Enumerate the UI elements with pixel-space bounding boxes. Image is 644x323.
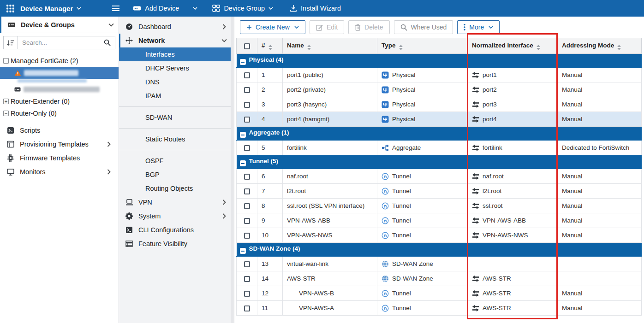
column-header-name[interactable]: Name [283, 38, 377, 54]
device-groups-header[interactable]: Device & Groups [0, 17, 119, 33]
sidebar-item-firmware-templates[interactable]: Firmware Templates [0, 151, 119, 165]
add-device-caret-icon[interactable] [193, 7, 197, 10]
row-checkbox[interactable] [244, 305, 250, 311]
table-row[interactable]: 8ssl.root (SSL VPN interface)Tunnelssl.r… [237, 199, 642, 213]
expand-icon[interactable]: + [3, 99, 9, 104]
addressing-mode-cell: Manual [558, 286, 642, 301]
main-content: Create NewEditDeleteWhere UsedMore #Name… [235, 17, 644, 323]
nav-item-label: Interfaces [145, 51, 228, 58]
sidebar-item-provisioning-templates[interactable]: Provisioning Templates [0, 137, 119, 151]
row-checkbox[interactable] [244, 218, 250, 224]
nav-item-dns[interactable]: DNS [119, 75, 234, 89]
table-row[interactable]: 2port2 (private)Physicalport2Manual [237, 82, 642, 97]
nav-item-bgp[interactable]: BGP [119, 168, 234, 182]
row-checkbox[interactable] [244, 174, 250, 180]
table-row[interactable]: 5fortilinkAggregatefortilinkDedicated to… [237, 141, 642, 155]
normalized-interface-cell: VPN-AWS-NWS [468, 228, 558, 243]
row-checkbox[interactable] [244, 291, 250, 297]
column-header-normalized-interface[interactable]: Normalized Interface [468, 38, 558, 54]
select-all-checkbox[interactable] [244, 43, 250, 49]
tunnel-icon [382, 305, 389, 312]
delete-button[interactable]: Delete [348, 20, 389, 34]
nav-item-network[interactable]: Network [119, 34, 234, 47]
table-group-row[interactable]: Aggregate (1) [237, 127, 642, 141]
where-used-button[interactable]: Where Used [394, 20, 453, 34]
row-checkbox[interactable] [244, 117, 250, 123]
column-header--[interactable]: # [257, 38, 283, 54]
sidebar-item-scripts[interactable]: Scripts [0, 123, 119, 137]
nav-item-label: DHCP Servers [145, 65, 228, 72]
table-row[interactable]: 4port4 (hamgmt)Physicalport4Manual [237, 112, 642, 127]
nav-item-interfaces[interactable]: Interfaces [119, 47, 234, 61]
row-checkbox[interactable] [244, 261, 250, 267]
collapse-icon[interactable]: − [3, 58, 9, 64]
tree-group-item[interactable]: +Router-Extender (0) [0, 95, 119, 107]
table-row[interactable]: 14AWS-STRSD-WAN ZoneAWS-STR [237, 271, 642, 286]
row-checkbox[interactable] [244, 188, 250, 194]
install-wizard-button[interactable]: Install Wizard [290, 5, 341, 12]
normalized-interface-label: port3 [483, 101, 497, 108]
row-checkbox[interactable] [244, 145, 250, 151]
table-row[interactable]: 11VPN-AWS-ATunnelAWS-STRManual [237, 301, 642, 316]
name-cell: naf.root [283, 169, 377, 184]
sidebar-item-label: Provisioning Templates [20, 141, 105, 148]
sidebar-item-monitors[interactable]: Monitors [0, 165, 119, 179]
table-group-row[interactable]: SD-WAN Zone (4) [237, 243, 642, 257]
tree-group-item[interactable]: −Router-Only (0) [0, 107, 119, 119]
nav-item-sd-wan[interactable]: SD-WAN [119, 111, 234, 124]
nav-item-vpn[interactable]: VPN [119, 195, 234, 209]
tree-device-item[interactable] [0, 83, 119, 95]
row-checkbox[interactable] [244, 203, 250, 209]
sort-button[interactable] [3, 36, 18, 49]
nav-item-cli-configurations[interactable]: CLI Configurations [119, 223, 234, 237]
nav-item-ospf[interactable]: OSPF [119, 154, 234, 168]
app-title-menu[interactable]: Device Manager [20, 5, 81, 12]
device-group-button[interactable]: Device Group [212, 5, 273, 12]
collapse-icon[interactable]: − [3, 111, 9, 116]
table-row[interactable]: 1port1 (public)Physicalport1Manual [237, 68, 642, 82]
sidebar-item-label: Scripts [20, 127, 113, 134]
select-all-header[interactable] [237, 38, 257, 54]
type-cell: SD-WAN Zone [377, 257, 468, 271]
table-row[interactable]: 12VPN-AWS-BTunnelAWS-STRManual [237, 286, 642, 301]
edit-button[interactable]: Edit [310, 20, 344, 34]
row-checkbox[interactable] [244, 102, 250, 108]
more-button[interactable]: More [457, 20, 500, 34]
row-checkbox[interactable] [244, 72, 250, 78]
nav-item-dhcp-servers[interactable]: DHCP Servers [119, 61, 234, 75]
table-row[interactable]: 10VPN-AWS-NWSTunnelVPN-AWS-NWSManual [237, 228, 642, 243]
row-checkbox[interactable] [244, 276, 250, 282]
nav-item-feature-visibility[interactable]: Feature Visibility [119, 237, 234, 251]
table-row[interactable]: 13virtual-wan-linkSD-WAN Zone [237, 257, 642, 271]
group-collapse-icon[interactable] [240, 132, 246, 138]
row-checkbox[interactable] [244, 233, 250, 239]
search-icon[interactable] [104, 39, 111, 46]
nav-item-system[interactable]: System [119, 209, 234, 223]
nav-item-static-routes[interactable]: Static Routes [119, 132, 234, 146]
table-row[interactable]: 9VPN-AWS-ABBTunnelVPN-AWS-ABBManual [237, 213, 642, 228]
tree-group-item[interactable]: −Managed FortiGate (2) [0, 55, 119, 67]
search-input[interactable] [22, 39, 104, 46]
add-device-button[interactable]: Add Device [133, 5, 179, 12]
column-header-label: Name [287, 42, 304, 49]
tree-device-item[interactable] [0, 67, 119, 79]
table-row[interactable]: 3port3 (hasync)Physicalport3Manual [237, 97, 642, 112]
nav-item-routing-objects[interactable]: Routing Objects [119, 182, 234, 195]
normalized-interface-label: VPN-AWS-ABB [483, 217, 526, 224]
table-group-row[interactable]: Physical (4) [237, 54, 642, 68]
app-grid-icon[interactable] [6, 5, 14, 12]
group-collapse-icon[interactable] [240, 160, 246, 166]
table-row[interactable]: 6naf.rootTunnelnaf.rootManual [237, 169, 642, 184]
column-header-addressing-mode[interactable]: Addressing Mode [558, 38, 642, 54]
nav-item-ipam[interactable]: IPAM [119, 89, 234, 103]
hamburger-icon[interactable] [112, 5, 120, 12]
group-collapse-icon[interactable] [240, 248, 246, 254]
table-group-row[interactable]: Tunnel (5) [237, 155, 642, 169]
nav-item-dashboard[interactable]: Dashboard [119, 20, 234, 34]
create-new-button[interactable]: Create New [240, 20, 305, 34]
row-checkbox[interactable] [244, 87, 250, 93]
addressing-mode-cell: Manual [558, 228, 642, 243]
group-collapse-icon[interactable] [240, 59, 246, 65]
column-header-type[interactable]: Type [377, 38, 468, 54]
table-row[interactable]: 7l2t.rootTunnell2t.rootManual [237, 184, 642, 199]
